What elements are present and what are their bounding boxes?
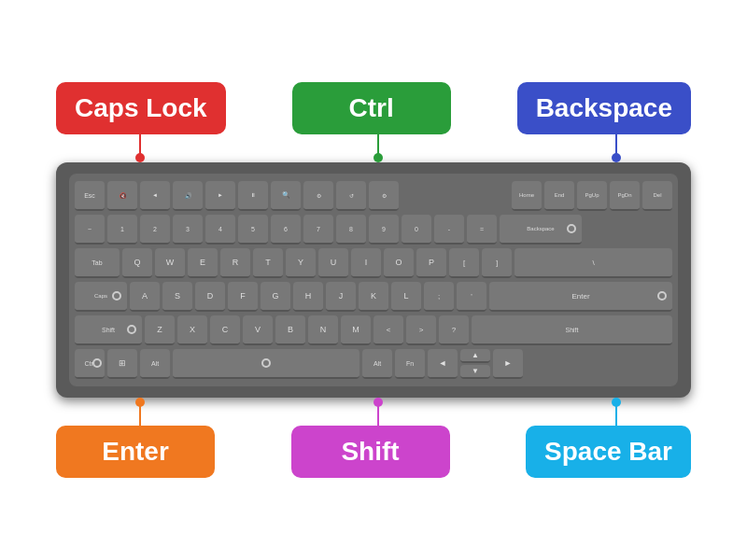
key-minus[interactable]: - [434,215,464,245]
key-pgup[interactable]: PgUp [577,181,607,211]
key-e[interactable]: E [188,248,218,278]
shift-line [377,405,379,426]
key-tilde[interactable]: ~ [75,215,105,245]
key-bracket-open[interactable]: [ [449,248,479,278]
key-ctrl-left[interactable]: Ctrl [75,349,105,379]
key-2[interactable]: 2 [140,215,170,245]
key-8[interactable]: 8 [336,215,366,245]
key-f[interactable]: F [228,282,258,312]
key-fn[interactable]: Fn [395,349,425,379]
key-pgdn[interactable]: PgDn [610,181,640,211]
key-del[interactable]: Del [642,181,672,211]
key-enter[interactable]: Enter [489,282,672,312]
key-h[interactable]: H [293,282,323,312]
key-f9[interactable]: ⚙ [369,181,399,211]
key-q[interactable]: Q [122,248,152,278]
key-backspace[interactable]: Backspace [500,215,582,245]
key-row-zxcv: Shift Z X C V B N M < > ? Shift [75,315,672,345]
key-row-asdf: Caps A S D F G H J K L ; ' Enter [75,282,672,312]
key-j[interactable]: J [326,282,356,312]
key-f1[interactable]: 🔇 [107,181,137,211]
key-row-qwerty: Tab Q W E R T Y U I O P [ ] \ [75,248,672,278]
key-slash[interactable]: ? [439,315,469,345]
bottom-labels-row: Enter Shift Space Bar [56,426,691,478]
key-home[interactable]: Home [512,181,542,211]
caps-lock-label[interactable]: Caps Lock [56,82,226,134]
key-d[interactable]: D [195,282,225,312]
key-w[interactable]: W [155,248,185,278]
key-r[interactable]: R [220,248,250,278]
key-tab[interactable]: Tab [75,248,120,278]
key-win[interactable]: ⊞ [107,349,137,379]
key-g[interactable]: G [261,282,290,312]
key-capslock[interactable]: Caps [75,282,127,312]
key-f3[interactable]: 🔊 [173,181,203,211]
key-m[interactable]: M [341,315,371,345]
key-shift-right[interactable]: Shift [472,315,672,345]
key-bracket-close[interactable]: ] [482,248,512,278]
key-space[interactable] [173,349,359,379]
ctrl-line [377,134,379,155]
shift-label[interactable]: Shift [291,426,450,478]
key-x[interactable]: X [177,315,207,345]
key-o[interactable]: O [384,248,414,278]
ctrl-dot [374,153,383,162]
key-arrow-right[interactable]: ► [493,349,523,379]
bottom-connectors [56,398,691,426]
key-semicolon[interactable]: ; [424,282,454,312]
key-9[interactable]: 9 [369,215,399,245]
key-alt-left[interactable]: Alt [140,349,170,379]
key-i[interactable]: I [351,248,381,278]
key-f5[interactable]: ⏸ [238,181,268,211]
ctrl-label[interactable]: Ctrl [292,82,451,134]
key-y[interactable]: Y [286,248,316,278]
key-backslash[interactable]: \ [514,248,672,278]
key-arrow-up[interactable]: ▲ [460,349,490,363]
top-labels-row: Caps Lock Ctrl Backspace [56,82,691,134]
spacebar-label[interactable]: Space Bar [526,426,691,478]
key-k[interactable]: K [359,282,388,312]
enter-line [139,405,141,426]
key-4[interactable]: 4 [205,215,235,245]
key-n[interactable]: N [308,315,338,345]
key-z[interactable]: Z [145,315,175,345]
enter-label[interactable]: Enter [56,426,215,478]
key-l[interactable]: L [391,282,421,312]
key-f7[interactable]: ⚙ [303,181,333,211]
key-f6[interactable]: 🔍 [271,181,301,211]
key-esc[interactable]: Esc [75,181,105,211]
key-3[interactable]: 3 [173,215,203,245]
key-u[interactable]: U [318,248,348,278]
key-shift-left[interactable]: Shift [75,315,142,345]
key-p[interactable]: P [416,248,446,278]
key-arrow-left[interactable]: ◄ [428,349,458,379]
backspace-line [615,134,617,155]
key-equals[interactable]: = [467,215,497,245]
key-alt-right[interactable]: Alt [362,349,392,379]
key-f4[interactable]: ► [205,181,235,211]
key-f2[interactable]: ◄ [140,181,170,211]
caps-lock-line [139,134,141,155]
key-5[interactable]: 5 [238,215,268,245]
key-0[interactable]: 0 [402,215,431,245]
key-period[interactable]: > [406,315,436,345]
key-quote[interactable]: ' [457,282,486,312]
key-s[interactable]: S [162,282,192,312]
key-arrow-down[interactable]: ▼ [460,365,490,379]
key-comma[interactable]: < [374,315,403,345]
key-end[interactable]: End [544,181,574,211]
key-c[interactable]: C [210,315,240,345]
key-row-number: ~ 1 2 3 4 5 6 7 8 9 0 - = Backspace [75,215,672,245]
key-v[interactable]: V [243,315,273,345]
key-1[interactable]: 1 [107,215,137,245]
key-6[interactable]: 6 [271,215,301,245]
caps-lock-dot [135,153,145,162]
main-container: Caps Lock Ctrl Backspace Esc 🔇 ◄ 🔊 ► ⏸ 🔍… [0,0,747,560]
key-f8[interactable]: ↺ [336,181,366,211]
key-row-bottom: Ctrl ⊞ Alt Alt Fn ◄ ▲ ▼ ► [75,349,672,379]
key-t[interactable]: T [253,248,283,278]
backspace-label[interactable]: Backspace [517,82,691,134]
key-a[interactable]: A [130,282,160,312]
key-b[interactable]: B [275,315,305,345]
key-7[interactable]: 7 [303,215,333,245]
